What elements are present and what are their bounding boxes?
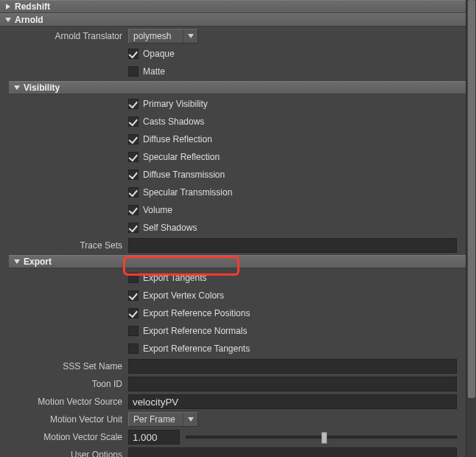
sss-set-name-label: SSS Set Name: [4, 361, 128, 371]
mv-scale-slider[interactable]: [186, 436, 457, 439]
export-tangents-checkbox[interactable]: [128, 273, 139, 283]
toon-id-input[interactable]: [128, 377, 457, 391]
svg-marker-4: [14, 259, 20, 264]
chevron-down-icon: [13, 258, 21, 265]
chevron-right-icon: [4, 3, 12, 10]
export-reference-positions-label: Export Reference Positions: [143, 308, 250, 318]
mv-unit-dropdown[interactable]: Per Frame: [128, 412, 198, 427]
scrollbar-thumb[interactable]: [468, 0, 475, 398]
mv-unit-label: Motion Vector Unit: [4, 414, 128, 425]
diffuse-transmission-checkbox[interactable]: [128, 170, 139, 180]
matte-checkbox[interactable]: [128, 66, 139, 77]
dropdown-value: Per Frame: [129, 414, 183, 425]
casts-shadows-label: Casts Shadows: [143, 116, 204, 127]
section-title: Export: [24, 257, 52, 267]
trace-sets-label: Trace Sets: [4, 240, 128, 251]
export-vertex-colors-checkbox[interactable]: [128, 290, 139, 301]
vertical-scrollbar[interactable]: [466, 0, 476, 457]
export-tangents-label: Export Tangents: [143, 273, 207, 283]
chevron-down-icon: [13, 84, 21, 91]
opaque-checkbox[interactable]: [128, 49, 139, 59]
specular-transmission-checkbox[interactable]: [128, 187, 139, 198]
diffuse-transmission-label: Diffuse Transmission: [143, 170, 225, 180]
mv-source-input[interactable]: [128, 394, 457, 409]
section-arnold[interactable]: Arnold: [0, 13, 466, 27]
user-options-input[interactable]: [128, 447, 457, 457]
section-title: Visibility: [24, 83, 60, 93]
sss-set-name-input[interactable]: [128, 359, 457, 374]
specular-transmission-label: Specular Transmission: [143, 187, 232, 198]
chevron-down-icon: [4, 16, 12, 24]
svg-marker-5: [188, 417, 194, 422]
export-vertex-colors-label: Export Vertex Colors: [143, 290, 224, 301]
arnold-translator-dropdown[interactable]: polymesh: [128, 29, 198, 43]
export-reference-tangents-checkbox[interactable]: [128, 343, 139, 354]
export-reference-positions-checkbox[interactable]: [128, 308, 139, 318]
export-reference-normals-label: Export Reference Normals: [143, 326, 247, 336]
matte-label: Matte: [143, 66, 165, 77]
diffuse-reflection-label: Diffuse Reflection: [143, 134, 212, 144]
section-visibility[interactable]: Visibility: [9, 81, 466, 94]
svg-marker-0: [6, 4, 10, 10]
slider-thumb[interactable]: [321, 432, 327, 444]
chevron-down-icon: [183, 413, 197, 426]
self-shadows-checkbox[interactable]: [128, 223, 139, 233]
export-reference-normals-checkbox[interactable]: [128, 326, 139, 336]
specular-reflection-label: Specular Reflection: [143, 152, 220, 162]
section-redshift[interactable]: Redshift: [0, 0, 466, 13]
mv-scale-label: Motion Vector Scale: [4, 432, 128, 442]
mv-scale-input[interactable]: [128, 430, 180, 444]
trace-sets-input[interactable]: [128, 238, 457, 253]
diffuse-reflection-checkbox[interactable]: [128, 134, 139, 144]
mv-source-label: Motion Vector Source: [4, 397, 128, 407]
dropdown-value: polymesh: [129, 31, 183, 41]
section-title: Redshift: [15, 1, 50, 12]
self-shadows-label: Self Shadows: [143, 223, 197, 233]
section-export[interactable]: Export: [9, 255, 466, 268]
svg-marker-2: [188, 34, 194, 38]
specular-reflection-checkbox[interactable]: [128, 152, 139, 162]
chevron-down-icon: [183, 29, 197, 43]
primary-visibility-checkbox[interactable]: [128, 99, 139, 109]
volume-checkbox[interactable]: [128, 205, 139, 215]
svg-marker-3: [14, 86, 20, 90]
toon-id-label: Toon ID: [4, 379, 128, 389]
section-title: Arnold: [15, 15, 43, 25]
svg-marker-1: [5, 18, 11, 22]
volume-label: Volume: [143, 205, 172, 215]
primary-visibility-label: Primary Visibility: [143, 99, 208, 109]
casts-shadows-checkbox[interactable]: [128, 116, 139, 127]
user-options-label: User Options: [4, 450, 128, 457]
export-reference-tangents-label: Export Reference Tangents: [143, 343, 250, 354]
opaque-label: Opaque: [143, 49, 175, 59]
arnold-translator-label: Arnold Translator: [4, 31, 128, 41]
